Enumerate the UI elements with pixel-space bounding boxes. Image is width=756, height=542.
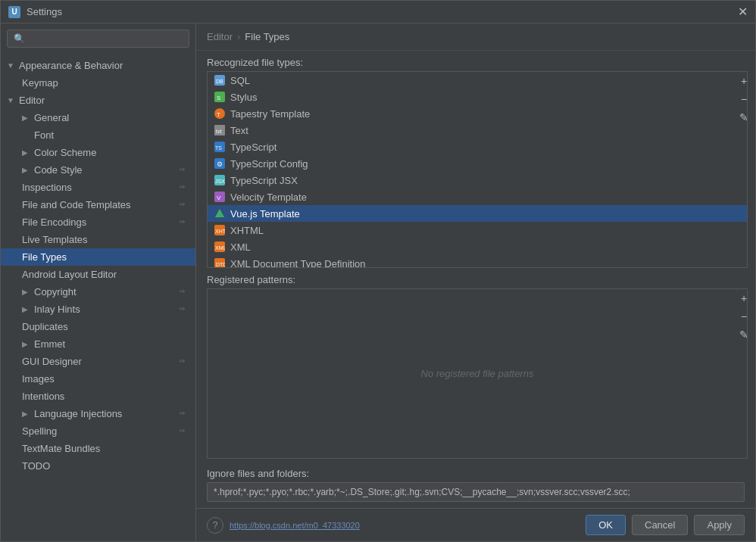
file-type-xhtml[interactable]: XHT XHTML xyxy=(208,222,747,238)
expand-arrow: ▶ xyxy=(22,340,31,348)
panel-content: Recognized file types: DB SQL xyxy=(196,51,755,508)
file-type-label: XML Document Type Definition xyxy=(230,258,365,269)
ignore-input[interactable] xyxy=(207,482,745,502)
sidebar-item-duplicates[interactable]: Duplicates xyxy=(1,318,195,335)
sidebar-label: File and Code Templates xyxy=(22,199,131,210)
file-type-label: TypeScript xyxy=(230,142,276,153)
ok-button[interactable]: OK xyxy=(586,515,626,535)
file-type-label: SQL xyxy=(230,75,250,86)
sidebar-label: Appearance & Behavior xyxy=(19,60,123,71)
file-type-sql[interactable]: DB SQL xyxy=(208,72,747,89)
sidebar-item-file-code-templates[interactable]: File and Code Templates ⇒ xyxy=(1,196,195,213)
file-type-vuejs[interactable]: Vue.js Template xyxy=(208,205,747,222)
sidebar-item-font[interactable]: Font xyxy=(1,126,195,144)
titlebar-left: U Settings xyxy=(8,6,62,18)
edit-file-type-button[interactable]: ✎ xyxy=(736,109,752,126)
sidebar-label: Color Scheme xyxy=(34,147,96,158)
close-button[interactable]: ✕ xyxy=(738,6,748,18)
ignore-section: Ignore files and folders: xyxy=(196,462,755,508)
file-type-ts-config[interactable]: ⚙ TypeScript Config xyxy=(208,155,747,172)
expand-arrow: ▼ xyxy=(7,61,16,70)
sidebar-item-code-style[interactable]: ▶ Code Style ⇒ xyxy=(1,161,195,179)
breadcrumb: Editor › File Types xyxy=(196,23,755,51)
sidebar-label: Spelling xyxy=(22,425,57,437)
sidebar-item-intentions[interactable]: Intentions xyxy=(1,388,195,405)
sidebar-item-emmet[interactable]: ▶ Emmet xyxy=(1,335,195,353)
file-type-icon xyxy=(214,207,226,220)
sidebar-item-textmate-bundles[interactable]: TextMate Bundles xyxy=(1,440,195,457)
remove-file-type-button[interactable]: − xyxy=(736,91,752,107)
sidebar-item-copyright[interactable]: ▶ Copyright ⇒ xyxy=(1,283,195,301)
main-panel: Editor › File Types Recognized file type… xyxy=(196,23,755,541)
file-type-xml-dtd[interactable]: DTD XML Document Type Definition xyxy=(208,255,747,268)
expand-arrow: ▼ xyxy=(7,96,16,104)
file-type-stylus[interactable]: S Stylus xyxy=(208,89,747,105)
remove-pattern-button[interactable]: − xyxy=(736,308,752,325)
expand-arrow: ▶ xyxy=(22,288,31,296)
sidebar-item-file-types[interactable]: File Types xyxy=(1,248,195,266)
recognized-types-label: Recognized file types: xyxy=(196,51,755,71)
file-type-label: Velocity Template xyxy=(230,192,307,203)
add-file-type-button[interactable]: + xyxy=(736,73,752,89)
file-type-text[interactable]: txt Text xyxy=(208,122,747,139)
sidebar-item-editor[interactable]: ▼ Editor xyxy=(1,92,195,109)
file-type-label: Stylus xyxy=(230,92,257,103)
search-box[interactable]: 🔍 xyxy=(7,30,189,48)
titlebar: U Settings ✕ xyxy=(1,1,755,23)
svg-text:XML: XML xyxy=(215,245,225,251)
file-type-xml[interactable]: XML XML xyxy=(208,238,747,255)
sidebar-item-live-templates[interactable]: Live Templates xyxy=(1,231,195,248)
sidebar-item-android-layout[interactable]: Android Layout Editor xyxy=(1,266,195,283)
svg-text:TS: TS xyxy=(215,145,222,151)
export-icon: ⇒ xyxy=(179,182,189,193)
search-input[interactable] xyxy=(30,33,183,44)
sidebar-item-todo[interactable]: TODO xyxy=(1,457,195,475)
sidebar-item-color-scheme[interactable]: ▶ Color Scheme xyxy=(1,144,195,161)
file-type-label: TypeScript Config xyxy=(230,158,308,170)
svg-text:DB: DB xyxy=(216,79,223,84)
sidebar-item-file-encodings[interactable]: File Encodings ⇒ xyxy=(1,213,195,231)
patterns-list[interactable]: No registered file patterns xyxy=(207,288,748,459)
app-icon: U xyxy=(8,6,20,18)
sidebar-item-gui-designer[interactable]: GUI Designer ⇒ xyxy=(1,353,195,370)
file-type-typescript[interactable]: TS TypeScript xyxy=(208,139,747,155)
sidebar-item-language-injections[interactable]: ▶ Language Injections ⇒ xyxy=(1,405,195,422)
sidebar-item-spelling[interactable]: Spelling ⇒ xyxy=(1,422,195,440)
breadcrumb-separator: › xyxy=(237,31,240,42)
sidebar-item-inspections[interactable]: Inspections ⇒ xyxy=(1,179,195,196)
cancel-button[interactable]: Cancel xyxy=(632,515,688,535)
export-icon: ⇒ xyxy=(179,426,189,437)
sidebar-item-inlay-hints[interactable]: ▶ Inlay Hints ⇒ xyxy=(1,301,195,318)
sidebar-item-images[interactable]: Images xyxy=(1,370,195,388)
csdn-link[interactable]: https://blog.csdn.net/m0_47333020 xyxy=(230,521,360,530)
file-type-icon: T xyxy=(214,107,226,120)
sidebar-item-appearance[interactable]: ▼ Appearance & Behavior xyxy=(1,57,195,74)
sidebar-label: Language Injections xyxy=(34,408,122,419)
file-type-icon: TS xyxy=(214,141,226,153)
svg-text:⚙: ⚙ xyxy=(217,160,223,168)
export-icon: ⇒ xyxy=(179,304,189,315)
sidebar-item-keymap[interactable]: Keymap xyxy=(1,74,195,92)
sidebar-label: Code Style xyxy=(34,164,83,176)
sidebar-item-general[interactable]: ▶ General xyxy=(1,109,195,126)
sidebar-label: Inspections xyxy=(22,182,72,193)
file-types-list[interactable]: DB SQL S Stylus xyxy=(207,71,748,268)
svg-text:V: V xyxy=(217,195,221,201)
file-type-label: XHTML xyxy=(230,225,264,236)
file-type-tapestry[interactable]: T Tapestry Template xyxy=(208,105,747,122)
file-types-side-buttons: + − ✎ xyxy=(733,71,755,127)
sidebar-label: Inlay Hints xyxy=(34,304,80,315)
settings-window: U Settings ✕ 🔍 ▼ Appearance & Behavior K… xyxy=(0,0,756,542)
file-type-ts-jsx[interactable]: JSX TypeScript JSX xyxy=(208,172,747,188)
expand-arrow: ▶ xyxy=(22,166,31,174)
file-type-velocity[interactable]: V Velocity Template xyxy=(208,188,747,205)
sidebar-label: File Encodings xyxy=(22,216,86,228)
apply-button[interactable]: Apply xyxy=(694,515,745,535)
breadcrumb-parent: Editor xyxy=(207,31,233,42)
main-content: 🔍 ▼ Appearance & Behavior Keymap ▼ Edito… xyxy=(1,23,755,541)
expand-arrow: ▶ xyxy=(22,410,31,418)
help-button[interactable]: ? xyxy=(207,517,223,534)
file-type-label: Text xyxy=(230,125,248,136)
add-pattern-button[interactable]: + xyxy=(736,290,752,307)
edit-pattern-button[interactable]: ✎ xyxy=(736,326,752,343)
